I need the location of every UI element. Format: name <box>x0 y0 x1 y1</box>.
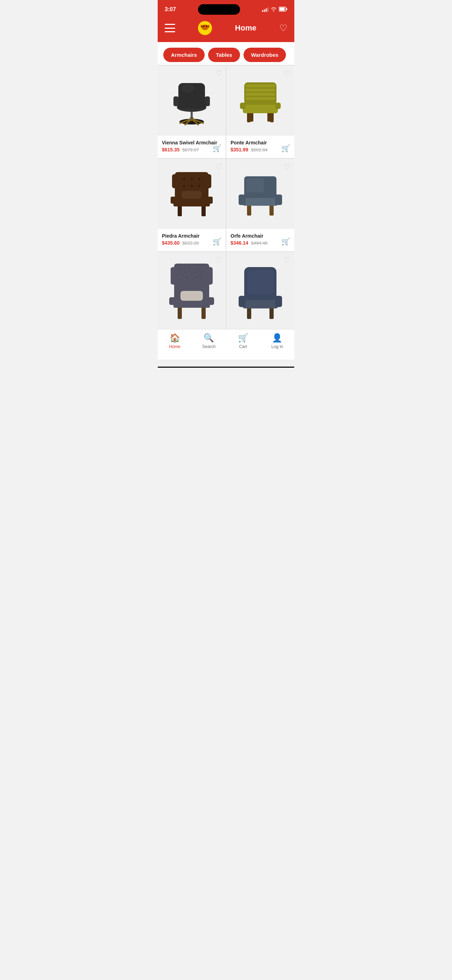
nav-login-label: Log In <box>272 344 283 349</box>
svg-rect-56 <box>275 194 282 205</box>
svg-point-68 <box>197 269 199 270</box>
svg-rect-22 <box>250 112 253 122</box>
add-to-cart-button-2[interactable]: 🛒 <box>282 144 290 153</box>
status-icons <box>262 7 287 13</box>
page-title: Home <box>235 24 256 33</box>
product-image-4: ♡ <box>226 159 294 229</box>
svg-point-39 <box>191 178 193 180</box>
category-tables[interactable]: Tables <box>208 48 240 62</box>
svg-rect-24 <box>243 103 278 113</box>
svg-rect-29 <box>246 97 275 100</box>
svg-point-19 <box>182 84 194 92</box>
status-notch <box>198 4 240 15</box>
add-to-cart-button-4[interactable]: 🛒 <box>282 237 290 246</box>
chair-image-1 <box>164 73 220 129</box>
product-original-price-1: $879.07 <box>183 147 199 153</box>
product-price-4: $346.14 <box>231 240 248 246</box>
svg-rect-18 <box>205 96 210 106</box>
status-bar: 3:07 <box>158 0 294 18</box>
chair-image-4 <box>232 166 288 222</box>
svg-rect-36 <box>172 174 179 188</box>
product-info-4: Orfe Armchair $346.14 $494.48 🛒 <box>226 229 294 251</box>
svg-point-73 <box>196 277 197 278</box>
svg-rect-27 <box>246 89 275 91</box>
home-icon: 🏠 <box>170 333 180 343</box>
svg-rect-33 <box>202 205 206 216</box>
svg-rect-49 <box>207 197 213 204</box>
svg-rect-58 <box>202 306 206 319</box>
svg-rect-28 <box>246 93 275 96</box>
chair-image-5 <box>164 257 220 324</box>
product-card[interactable]: ♡ <box>226 252 294 329</box>
svg-rect-37 <box>204 174 211 188</box>
svg-point-42 <box>191 185 193 187</box>
status-time: 3:07 <box>165 6 176 13</box>
svg-point-41 <box>183 185 185 187</box>
svg-point-71 <box>187 277 188 278</box>
add-to-cart-button-3[interactable]: 🛒 <box>213 237 221 246</box>
product-card[interactable]: ♡ Ponte Armchair <box>226 65 294 158</box>
products-grid: ♡ <box>158 65 294 329</box>
product-price-1: $615.35 <box>162 147 180 153</box>
svg-rect-23 <box>267 112 271 122</box>
nav-search-label: Search <box>202 344 215 349</box>
product-original-price-3: $622.28 <box>183 240 199 246</box>
svg-point-64 <box>181 269 182 270</box>
wishlist-button-2[interactable]: ♡ <box>284 69 291 78</box>
svg-point-65 <box>185 272 186 273</box>
product-card[interactable]: ♡ <box>158 252 226 329</box>
product-info-2: Ponte Armchair $351.99 $502.84 🛒 <box>226 136 294 158</box>
bottom-navigation: 🏠 Home 🔍 Search 🛒 Cart 👤 Log In <box>158 329 294 360</box>
wishlist-button-4[interactable]: ♡ <box>284 162 291 172</box>
signal-icon <box>262 7 268 12</box>
svg-rect-75 <box>169 297 176 305</box>
user-icon: 👤 <box>272 333 282 343</box>
chair-image-2 <box>232 73 288 129</box>
nav-login[interactable]: 👤 Log In <box>267 333 288 349</box>
product-card[interactable]: ♡ <box>158 65 226 158</box>
svg-rect-47 <box>182 191 202 199</box>
svg-rect-48 <box>170 197 176 204</box>
category-armchairs[interactable]: Armchairs <box>163 48 205 62</box>
svg-rect-54 <box>246 178 264 192</box>
wishlist-button-1[interactable]: ♡ <box>215 69 222 78</box>
svg-point-69 <box>202 272 203 273</box>
nav-home-label: Home <box>169 344 180 349</box>
product-image-1: ♡ <box>158 65 226 136</box>
product-image-3: ♡ <box>158 159 226 229</box>
svg-rect-31 <box>275 103 281 109</box>
nav-search[interactable]: 🔍 Search <box>198 333 220 349</box>
svg-rect-57 <box>178 306 182 319</box>
add-to-cart-button-1[interactable]: 🛒 <box>213 144 221 153</box>
svg-rect-26 <box>246 84 275 87</box>
nav-cart-label: Cart <box>239 344 247 349</box>
svg-rect-32 <box>178 205 182 216</box>
wishlist-button-3[interactable]: ♡ <box>215 162 222 172</box>
svg-rect-1 <box>280 7 285 11</box>
product-image-2: ♡ <box>226 65 294 136</box>
product-card[interactable]: ♡ Orfe Armchair $346.14 $494.4 <box>226 159 294 251</box>
nav-cart[interactable]: 🛒 Cart <box>232 333 254 349</box>
chair-image-6 <box>232 257 288 324</box>
nav-home[interactable]: 🏠 Home <box>164 333 185 349</box>
product-info-3: Piedra Armchair $435.60 $622.28 🛒 <box>158 229 226 251</box>
header: Home ♡ <box>158 18 294 42</box>
svg-point-74 <box>200 274 201 275</box>
svg-rect-30 <box>240 103 246 109</box>
product-price-2: $351.99 <box>231 147 248 153</box>
svg-point-67 <box>193 272 194 273</box>
category-wardrobes[interactable]: Wardrobes <box>244 48 286 62</box>
svg-rect-17 <box>173 96 178 106</box>
svg-rect-76 <box>207 297 214 305</box>
wishlist-button-5[interactable]: ♡ <box>215 256 222 265</box>
wishlist-button-6[interactable]: ♡ <box>284 256 291 265</box>
home-indicator <box>158 367 294 368</box>
product-card[interactable]: ♡ <box>158 159 226 251</box>
favorites-button[interactable]: ♡ <box>279 23 287 33</box>
svg-point-72 <box>191 274 193 275</box>
menu-button[interactable] <box>165 24 175 32</box>
svg-rect-82 <box>239 296 246 307</box>
product-price-3: $435.60 <box>162 240 180 246</box>
svg-rect-81 <box>247 270 274 294</box>
svg-rect-2 <box>286 8 287 10</box>
